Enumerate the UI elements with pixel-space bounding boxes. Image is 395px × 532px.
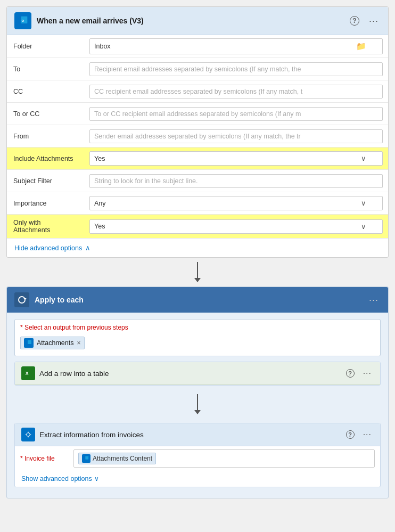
folder-icon: 📁 <box>356 42 366 51</box>
to-input-wrap <box>84 59 388 79</box>
hide-advanced-chevron-icon: ∧ <box>85 244 90 252</box>
invoice-attachments-tag: Attachments Content <box>78 453 156 464</box>
to-label: To <box>7 61 84 77</box>
excel-icon: X <box>21 366 35 380</box>
cc-label: CC <box>7 84 84 100</box>
show-advanced-text[interactable]: Show advanced options <box>21 475 92 482</box>
hide-advanced-link[interactable]: Hide advanced options ∧ <box>7 239 388 257</box>
only-attachments-select-wrap: Yes ∨ <box>84 216 388 237</box>
trigger-more-button[interactable]: ··· <box>367 14 381 28</box>
connector-arrow-1 <box>194 262 201 282</box>
trigger-card-title: When a new email arrives (V3) <box>37 17 348 25</box>
cc-input[interactable] <box>89 85 383 99</box>
svg-rect-14 <box>85 456 88 460</box>
apply-to-each-actions: ··· <box>367 293 381 307</box>
include-attachments-chevron-icon: ∨ <box>361 154 366 162</box>
subject-filter-label: Subject Filter <box>7 173 84 189</box>
importance-select-wrap: Any ∨ <box>84 193 388 214</box>
tag-close-button[interactable]: × <box>77 339 80 347</box>
folder-row: Folder Inbox 📁 <box>7 35 388 58</box>
include-attachments-row: Include Attachments Yes ∨ <box>7 148 388 170</box>
outlook-icon: o <box>14 12 31 29</box>
select-output-wrap: * Select an output from previous steps A… <box>14 319 381 356</box>
trigger-card-header: o When a new email arrives (V3) ? ··· <box>7 7 388 35</box>
invoice-file-input[interactable]: Attachments Content <box>73 449 375 468</box>
trigger-help-button[interactable]: ? <box>348 15 361 27</box>
only-attachments-chevron-icon: ∨ <box>361 223 366 231</box>
apply-to-each-header: Apply to each ··· <box>7 287 388 313</box>
connector-arrowhead-1 <box>194 278 201 282</box>
attachments-tag: Attachments × <box>20 337 85 349</box>
connector-1 <box>6 258 389 287</box>
invoice-tag-label: Attachments Content <box>93 455 152 462</box>
apply-to-each-section: Apply to each ··· * Select an output fro… <box>6 287 389 498</box>
to-or-cc-label: To or CC <box>7 106 84 122</box>
add-row-title: Add a row into a table <box>39 370 344 378</box>
invoice-file-row: * Invoice file Attachments Content <box>15 446 380 471</box>
extract-more-button[interactable]: ··· <box>361 429 374 440</box>
apply-more-button[interactable]: ··· <box>367 293 381 307</box>
svg-text:X: X <box>26 371 29 376</box>
importance-row: Importance Any ∨ <box>7 192 388 215</box>
to-or-cc-input-wrap <box>84 104 388 124</box>
trigger-card-actions: ? ··· <box>348 14 381 28</box>
invoice-file-label: * Invoice file <box>20 455 73 462</box>
connector-arrowhead-2 <box>194 410 201 414</box>
folder-label: Folder <box>7 38 84 54</box>
from-label: From <box>7 128 84 144</box>
include-attachments-select-wrap: Yes ∨ <box>84 148 388 169</box>
importance-label: Importance <box>7 195 84 211</box>
subject-filter-input[interactable] <box>89 174 383 188</box>
folder-value: Inbox <box>94 43 111 50</box>
only-attachments-select[interactable]: Yes ∨ <box>89 219 383 234</box>
importance-select[interactable]: Any ∨ <box>89 196 383 210</box>
tag-input[interactable]: Attachments × <box>20 334 375 351</box>
connector-line-2 <box>197 394 198 410</box>
select-output-label: * Select an output from previous steps <box>20 324 375 331</box>
svg-rect-4 <box>28 340 31 344</box>
invoice-tag-svg <box>84 456 89 461</box>
outlook-svg: o <box>18 15 28 26</box>
excel-svg: X <box>24 369 32 378</box>
loop-icon <box>14 292 29 307</box>
to-input[interactable] <box>89 62 383 76</box>
only-attachments-value: Yes <box>94 223 105 230</box>
only-attachments-label: Only with Attachments <box>7 215 84 238</box>
only-attachments-row: Only with Attachments Yes ∨ <box>7 215 388 239</box>
add-row-header: X Add a row into a table ? ··· <box>15 362 380 385</box>
include-attachments-value: Yes <box>94 155 105 162</box>
folder-input-wrap: Inbox 📁 <box>84 35 388 58</box>
extract-help-button[interactable]: ? <box>344 429 357 440</box>
hide-advanced-text[interactable]: Hide advanced options <box>14 244 82 252</box>
apply-to-each-title: Apply to each <box>35 296 367 304</box>
invoice-tag-outlook-icon <box>82 454 90 463</box>
extract-card-header: Extract information from invoices ? ··· <box>15 423 380 446</box>
ai-svg <box>24 430 32 439</box>
ai-icon <box>21 428 35 441</box>
cc-row: CC <box>7 80 388 103</box>
extract-card-title: Extract information from invoices <box>39 431 344 439</box>
importance-chevron-icon: ∨ <box>361 199 366 207</box>
connector-2 <box>7 390 388 419</box>
from-input-wrap <box>84 126 388 146</box>
tag-outlook-svg <box>26 340 32 346</box>
subject-filter-input-wrap <box>84 171 388 191</box>
add-row-more-button[interactable]: ··· <box>361 367 374 379</box>
include-attachments-label: Include Attachments <box>7 151 84 167</box>
to-or-cc-input[interactable] <box>89 107 383 121</box>
trigger-card: o When a new email arrives (V3) ? ··· Fo… <box>6 6 389 258</box>
add-row-actions: ? ··· <box>344 367 374 379</box>
folder-input[interactable]: Inbox 📁 <box>89 38 383 54</box>
from-input[interactable] <box>89 129 383 143</box>
cc-input-wrap <box>84 81 388 102</box>
show-advanced-link[interactable]: Show advanced options ∨ <box>15 471 380 487</box>
add-row-help-button[interactable]: ? <box>344 368 357 379</box>
show-advanced-chevron-icon: ∨ <box>94 475 99 482</box>
tag-label: Attachments <box>37 339 73 347</box>
include-attachments-select[interactable]: Yes ∨ <box>89 151 383 166</box>
connector-arrow-2 <box>194 394 201 414</box>
loop-svg <box>17 295 27 305</box>
extract-card-actions: ? ··· <box>344 429 374 440</box>
trigger-form-body: Folder Inbox 📁 To CC To or CC <box>7 35 388 239</box>
to-or-cc-row: To or CC <box>7 103 388 125</box>
